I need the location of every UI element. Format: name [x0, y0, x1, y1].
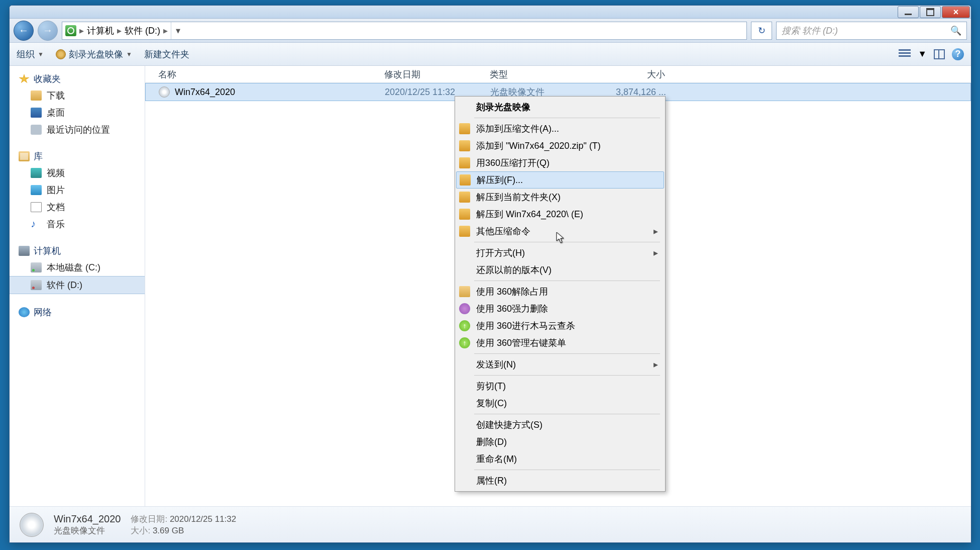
- archive-icon: [459, 157, 470, 168]
- sidebar-item-music[interactable]: ♪音乐: [10, 216, 145, 233]
- sidebar-item-drive-c[interactable]: 本地磁盘 (C:): [10, 259, 145, 276]
- ctx-properties[interactable]: 属性(R): [456, 472, 664, 489]
- chevron-down-icon: ▼: [38, 51, 44, 58]
- search-input[interactable]: 搜索 软件 (D:) 🔍: [776, 22, 967, 40]
- archive-icon: [459, 140, 470, 151]
- search-icon: 🔍: [950, 25, 961, 36]
- chevron-right-icon: ▸: [117, 25, 122, 36]
- ctx-add-archive[interactable]: 添加到压缩文件(A)...: [456, 120, 664, 137]
- breadcrumb-computer[interactable]: 计算机: [87, 25, 114, 37]
- scan-icon: [459, 337, 470, 348]
- drive-icon: [31, 262, 42, 272]
- details-size: 3.69 GB: [153, 526, 184, 535]
- sidebar-item-downloads[interactable]: 下载: [10, 87, 145, 104]
- archive-icon: [459, 192, 470, 203]
- archive-icon: [459, 123, 470, 134]
- minimize-button[interactable]: [898, 6, 919, 18]
- recent-icon: [31, 125, 42, 135]
- ctx-extract-named[interactable]: 解压到 Win7x64_2020\ (E): [456, 206, 664, 223]
- computer-icon: [19, 246, 30, 256]
- view-button[interactable]: [899, 49, 911, 59]
- downloads-icon: [31, 90, 42, 101]
- column-name[interactable]: 名称: [153, 68, 379, 80]
- drive-icon: [65, 25, 76, 36]
- details-pane: Win7x64_2020 光盘映像文件 修改日期: 2020/12/25 11:…: [10, 506, 971, 542]
- chevron-right-icon: ▸: [654, 359, 658, 370]
- ctx-other-zip[interactable]: 其他压缩命令▸: [456, 223, 664, 240]
- ctx-360-manage[interactable]: 使用 360管理右键菜单: [456, 334, 664, 351]
- disc-icon: [56, 49, 66, 59]
- forward-button[interactable]: →: [38, 21, 58, 41]
- help-button[interactable]: ?: [952, 48, 964, 60]
- scan-icon: [459, 320, 470, 331]
- archive-icon: [459, 209, 470, 220]
- navbar: ← → ▸ 计算机 ▸ 软件 (D:) ▸ ▾ ↻ 搜索 软件 (D:) 🔍: [10, 19, 971, 43]
- chevron-right-icon: ▸: [79, 25, 84, 36]
- network-icon: [19, 307, 30, 317]
- iso-icon: [159, 86, 170, 98]
- ctx-extract-to[interactable]: 解压到(F)...: [456, 171, 664, 189]
- organize-button[interactable]: 组织▼: [17, 48, 44, 60]
- archive-icon: [459, 226, 470, 237]
- sidebar-libraries[interactable]: 库: [10, 148, 145, 164]
- column-type[interactable]: 类型: [485, 68, 585, 80]
- close-button[interactable]: ×: [942, 6, 970, 18]
- column-date[interactable]: 修改日期: [379, 68, 485, 80]
- chevron-right-icon: ▸: [163, 25, 168, 36]
- sidebar-item-videos[interactable]: 视频: [10, 164, 145, 181]
- chevron-right-icon: ▸: [654, 226, 658, 237]
- star-icon: [19, 74, 30, 84]
- search-placeholder: 搜索 软件 (D:): [782, 25, 838, 37]
- delete-icon: [459, 303, 470, 314]
- ctx-shortcut[interactable]: 创建快捷方式(S): [456, 416, 664, 433]
- ctx-burn[interactable]: 刻录光盘映像: [456, 99, 664, 116]
- sidebar-computer[interactable]: 计算机: [10, 243, 145, 259]
- details-date-label: 修改日期:: [131, 514, 167, 524]
- drive-icon: [31, 280, 42, 290]
- ctx-360-unlock[interactable]: 使用 360解除占用: [456, 283, 664, 300]
- ctx-open-with[interactable]: 打开方式(H)▸: [456, 244, 664, 261]
- ctx-360-scan[interactable]: 使用 360进行木马云查杀: [456, 317, 664, 334]
- ctx-send-to[interactable]: 发送到(N)▸: [456, 356, 664, 373]
- library-icon: [19, 151, 30, 161]
- burn-button[interactable]: 刻录光盘映像▼: [56, 48, 132, 60]
- sidebar-item-pictures[interactable]: 图片: [10, 181, 145, 199]
- chevron-right-icon: ▸: [654, 247, 658, 258]
- ctx-add-zip[interactable]: 添加到 "Win7x64_2020.zip" (T): [456, 137, 664, 154]
- toolbar: 组织▼ 刻录光盘映像▼ 新建文件夹 ▼ ?: [10, 43, 971, 66]
- ctx-restore-prev[interactable]: 还原以前的版本(V): [456, 261, 664, 279]
- sidebar-item-recent[interactable]: 最近访问的位置: [10, 121, 145, 138]
- refresh-button[interactable]: ↻: [751, 22, 772, 40]
- sidebar-item-desktop[interactable]: 桌面: [10, 104, 145, 121]
- document-icon: [31, 202, 42, 212]
- back-button[interactable]: ←: [14, 21, 34, 41]
- chevron-down-icon[interactable]: ▼: [918, 49, 927, 59]
- ctx-copy[interactable]: 复制(C): [456, 395, 664, 412]
- column-size[interactable]: 大小: [585, 68, 671, 80]
- sidebar-item-drive-d[interactable]: 软件 (D:): [10, 276, 145, 294]
- sidebar-favorites[interactable]: 收藏夹: [10, 71, 145, 87]
- ctx-extract-here[interactable]: 解压到当前文件夹(X): [456, 189, 664, 206]
- maximize-button[interactable]: [920, 6, 941, 18]
- sidebar: 收藏夹 下载 桌面 最近访问的位置 库 视频 图片 文档 ♪音乐 计算机 本地磁…: [10, 66, 145, 506]
- chevron-down-icon: ▼: [126, 51, 132, 58]
- music-icon: ♪: [31, 219, 42, 229]
- preview-pane-button[interactable]: [934, 49, 945, 59]
- column-headers: 名称 修改日期 类型 大小: [145, 66, 971, 83]
- breadcrumb-drive[interactable]: 软件 (D:): [125, 25, 160, 37]
- details-date: 2020/12/25 11:32: [170, 514, 236, 524]
- ctx-360-forcedel[interactable]: 使用 360强力删除: [456, 300, 664, 317]
- context-menu: 刻录光盘映像 添加到压缩文件(A)... 添加到 "Win7x64_2020.z…: [455, 96, 666, 492]
- ctx-open-360zip[interactable]: 用360压缩打开(Q): [456, 154, 664, 171]
- ctx-rename[interactable]: 重命名(M): [456, 450, 664, 468]
- details-type: 光盘映像文件: [54, 525, 121, 536]
- video-icon: [31, 168, 42, 178]
- address-dropdown[interactable]: ▾: [171, 22, 185, 39]
- address-bar[interactable]: ▸ 计算机 ▸ 软件 (D:) ▸ ▾: [62, 22, 747, 40]
- ctx-cut[interactable]: 剪切(T): [456, 378, 664, 395]
- newfolder-button[interactable]: 新建文件夹: [144, 48, 189, 60]
- archive-icon: [460, 174, 471, 186]
- ctx-delete[interactable]: 删除(D): [456, 433, 664, 450]
- sidebar-item-documents[interactable]: 文档: [10, 199, 145, 216]
- sidebar-network[interactable]: 网络: [10, 304, 145, 320]
